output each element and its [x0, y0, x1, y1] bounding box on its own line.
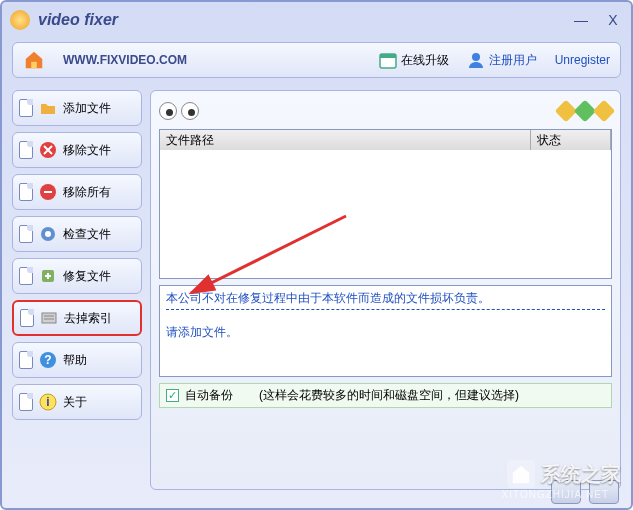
- calendar-icon: [379, 51, 397, 69]
- sidebar-item-check-file[interactable]: 检查文件: [12, 216, 142, 252]
- sidebar: 添加文件 移除文件 移除所有 检查文件 修复文件: [12, 90, 142, 490]
- user-icon: [467, 51, 485, 69]
- index-icon: [40, 309, 58, 327]
- close-button[interactable]: X: [603, 10, 623, 30]
- unregister-button[interactable]: Unregister: [555, 53, 610, 67]
- body: 添加文件 移除文件 移除所有 检查文件 修复文件: [2, 82, 631, 490]
- register-button[interactable]: 注册用户: [467, 51, 537, 69]
- doc-icon: [20, 309, 34, 327]
- sidebar-item-remove-all[interactable]: 移除所有: [12, 174, 142, 210]
- sidebar-item-about[interactable]: i 关于: [12, 384, 142, 420]
- repair-icon: [39, 267, 57, 285]
- doc-icon: [19, 99, 33, 117]
- auto-backup-row: ✓ 自动备份 (这样会花费较多的时间和磁盘空间，但建议选择): [159, 383, 612, 408]
- svg-rect-10: [42, 313, 56, 323]
- remove-all-icon: [39, 183, 57, 201]
- help-icon: ?: [39, 351, 57, 369]
- eyes-icon: [159, 102, 199, 120]
- sidebar-item-label: 去掉索引: [64, 310, 112, 327]
- sidebar-item-help[interactable]: ? 帮助: [12, 342, 142, 378]
- sidebar-item-label: 帮助: [63, 352, 87, 369]
- watermark: 系统之家: [507, 460, 621, 488]
- doc-icon: [19, 267, 33, 285]
- column-file-path[interactable]: 文件路径: [160, 130, 531, 150]
- svg-rect-2: [380, 54, 396, 58]
- prompt-text: 请添加文件。: [166, 324, 605, 341]
- status-row: [159, 99, 612, 123]
- upgrade-button[interactable]: 在线升级: [379, 51, 449, 69]
- watermark-subtext: XITONGZHIJIA.NET: [502, 489, 610, 500]
- sidebar-item-label: 添加文件: [63, 100, 111, 117]
- sidebar-item-remove-file[interactable]: 移除文件: [12, 132, 142, 168]
- sidebar-item-label: 移除文件: [63, 142, 111, 159]
- sidebar-item-add-file[interactable]: 添加文件: [12, 90, 142, 126]
- auto-backup-label: 自动备份: [185, 387, 233, 404]
- auto-backup-hint: (这样会花费较多的时间和磁盘空间，但建议选择): [259, 387, 519, 404]
- doc-icon: [19, 183, 33, 201]
- folder-add-icon: [39, 99, 57, 117]
- doc-icon: [19, 393, 33, 411]
- eye-icon: [159, 102, 177, 120]
- hex-icon: [593, 100, 616, 123]
- titlebar: video fixer — X: [2, 2, 631, 38]
- sidebar-item-label: 检查文件: [63, 226, 111, 243]
- auto-backup-checkbox[interactable]: ✓: [166, 389, 179, 402]
- main-panel: 文件路径 状态 本公司不对在修复过程中由于本软件而造成的文件损坏负责。 请添加文…: [150, 90, 621, 490]
- app-title: video fixer: [38, 11, 571, 29]
- table-header: 文件路径 状态: [160, 130, 611, 150]
- svg-text:i: i: [46, 395, 49, 409]
- message-box: 本公司不对在修复过程中由于本软件而造成的文件损坏负责。 请添加文件。: [159, 285, 612, 377]
- svg-rect-0: [31, 62, 37, 68]
- column-status[interactable]: 状态: [531, 130, 611, 150]
- svg-rect-6: [44, 191, 52, 193]
- sidebar-item-label: 移除所有: [63, 184, 111, 201]
- eye-icon: [181, 102, 199, 120]
- app-window: video fixer — X WWW.FIXVIDEO.COM 在线升级 注册…: [0, 0, 633, 510]
- about-icon: i: [39, 393, 57, 411]
- sidebar-item-repair-file[interactable]: 修复文件: [12, 258, 142, 294]
- watermark-icon: [507, 460, 535, 488]
- hex-decoration: [558, 103, 612, 119]
- doc-icon: [19, 141, 33, 159]
- disclaimer-text: 本公司不对在修复过程中由于本软件而造成的文件损坏负责。: [166, 290, 605, 310]
- header-bar: WWW.FIXVIDEO.COM 在线升级 注册用户 Unregister: [12, 42, 621, 78]
- window-controls: — X: [571, 10, 623, 30]
- sidebar-item-label: 关于: [63, 394, 87, 411]
- check-icon: [39, 225, 57, 243]
- minimize-button[interactable]: —: [571, 10, 591, 30]
- watermark-text: 系统之家: [541, 461, 621, 488]
- remove-icon: [39, 141, 57, 159]
- svg-point-3: [472, 53, 480, 61]
- app-icon: [10, 10, 30, 30]
- home-icon: [23, 49, 45, 71]
- site-url: WWW.FIXVIDEO.COM: [63, 53, 361, 67]
- file-table[interactable]: 文件路径 状态: [159, 129, 612, 279]
- doc-icon: [19, 351, 33, 369]
- sidebar-item-label: 修复文件: [63, 268, 111, 285]
- doc-icon: [19, 225, 33, 243]
- svg-point-8: [45, 231, 51, 237]
- svg-text:?: ?: [44, 353, 51, 367]
- sidebar-item-remove-index[interactable]: 去掉索引: [12, 300, 142, 336]
